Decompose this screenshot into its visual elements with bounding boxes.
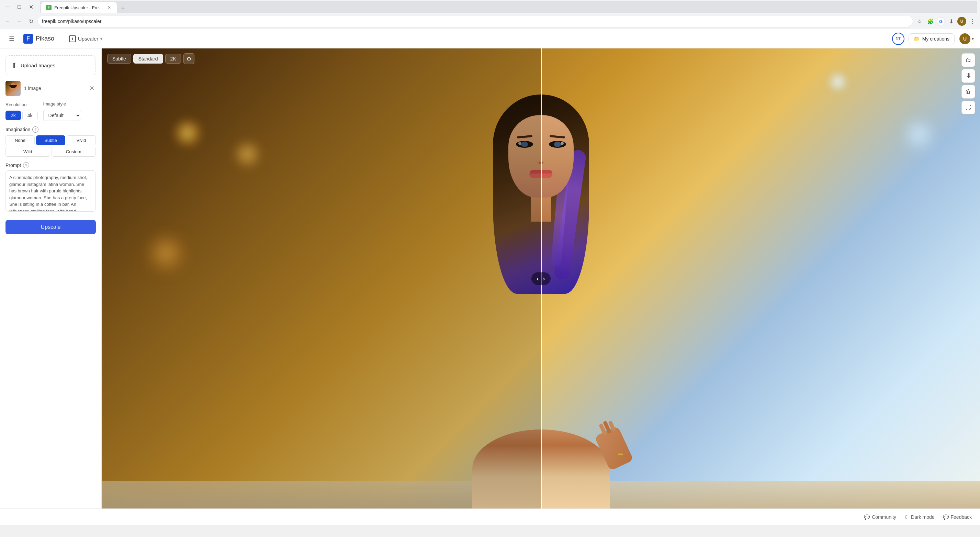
delete-button[interactable]: 🗑 xyxy=(961,85,975,99)
style-label: Image style xyxy=(43,101,81,107)
my-creations-button[interactable]: 📁 My creations xyxy=(908,33,955,44)
subtle-pill-button[interactable]: Subtle xyxy=(107,54,131,64)
title-bar: ─ □ ✕ F Freepik Upscaler - Free AI imag … xyxy=(0,0,980,14)
header-divider xyxy=(60,35,60,43)
hamburger-button[interactable]: ☰ xyxy=(5,33,18,45)
resolution-label: Resolution xyxy=(5,102,38,107)
settings-gear-button[interactable]: ⚙ xyxy=(183,53,194,64)
profile-avatar[interactable]: U xyxy=(957,17,966,26)
upscaler-dropdown-button[interactable]: ⬆ Upscaler ▾ xyxy=(65,33,106,44)
tab-title: Freepik Upscaler - Free AI imag xyxy=(54,5,104,10)
main-content: ⬆ Upload Images 1 image ✕ Resolution 2k … xyxy=(0,48,980,508)
fullscreen-button[interactable]: ⛶ xyxy=(961,101,975,115)
upload-label: Upload Images xyxy=(21,62,55,69)
minimize-button[interactable]: ─ xyxy=(3,2,13,12)
app-header: ☰ F Pikaso ⬆ Upscaler ▾ 17 📁 My creation… xyxy=(0,29,980,48)
profile-button[interactable]: U ▾ xyxy=(959,33,975,45)
dark-mode-link[interactable]: ☾ Dark mode xyxy=(904,514,934,520)
feedback-label: Feedback xyxy=(951,514,972,520)
active-tab[interactable]: F Freepik Upscaler - Free AI imag ✕ xyxy=(41,2,117,13)
refresh-button[interactable]: ↻ xyxy=(26,16,36,26)
upscale-button[interactable]: Upscale xyxy=(5,220,96,234)
imagination-label: Imagination ? xyxy=(5,126,96,132)
notification-badge[interactable]: 17 xyxy=(892,33,904,45)
extension-icon-button[interactable]: 🧩 xyxy=(926,16,935,26)
menu-button[interactable]: ⋮ xyxy=(967,16,977,26)
google-account-icon[interactable]: G xyxy=(937,17,945,25)
feedback-icon: 💬 xyxy=(943,514,949,520)
resolution-group: Resolution 2k 4k xyxy=(5,102,38,120)
image-style-select[interactable]: Default Vivid Subtle xyxy=(43,110,81,121)
tab-close-button[interactable]: ✕ xyxy=(107,5,112,10)
remove-image-button[interactable]: ✕ xyxy=(88,84,96,92)
upload-area[interactable]: ⬆ Upload Images xyxy=(5,55,96,75)
trash-icon: 🗑 xyxy=(966,89,971,95)
upload-icon: ⬆ xyxy=(11,61,17,69)
close-button[interactable]: ✕ xyxy=(26,2,36,12)
ring xyxy=(618,454,623,455)
upscaler-tool-icon: ⬆ xyxy=(69,35,76,42)
preview-toolbar: Subtle Standard 2K ⚙ xyxy=(107,53,194,64)
imagination-controls: None Subtle Vivid Wild Custom xyxy=(5,135,96,157)
save-to-folder-button[interactable]: 🗂 xyxy=(961,53,975,67)
imagination-section: Imagination ? None Subtle Vivid Wild Cus… xyxy=(5,126,96,157)
download-button[interactable]: ⬇ xyxy=(961,69,975,83)
folder-icon: 🗂 xyxy=(966,57,971,63)
app-logo[interactable]: F Pikaso xyxy=(23,34,54,44)
forward-button[interactable]: → xyxy=(14,16,24,26)
community-label: Community xyxy=(872,514,896,520)
bokeh-light-left xyxy=(146,233,187,274)
new-tab-button[interactable]: + xyxy=(118,3,128,13)
resolution-style-group: Resolution 2k 4k Image style Default Viv… xyxy=(5,101,96,121)
app-name: Pikaso xyxy=(36,35,54,42)
profile-dropdown-arrow: ▾ xyxy=(972,37,974,41)
standard-pill-button[interactable]: Standard xyxy=(133,54,163,64)
star-icon-button[interactable]: ☆ xyxy=(915,16,924,26)
split-handle[interactable]: ‹ › xyxy=(531,272,550,285)
prompt-text: Prompt xyxy=(5,163,21,168)
download-icon: ⬇ xyxy=(966,72,971,80)
moon-icon: ☾ xyxy=(904,514,909,520)
resolution-pill-button[interactable]: 2K xyxy=(165,54,181,64)
thumb-canvas xyxy=(5,81,21,96)
imag-custom-button[interactable]: Custom xyxy=(51,147,96,157)
expand-icon: ⛶ xyxy=(966,104,971,111)
community-link[interactable]: 💬 Community xyxy=(864,514,896,520)
app-container: ☰ F Pikaso ⬆ Upscaler ▾ 17 📁 My creation… xyxy=(0,29,980,525)
image-preview-row: 1 image ✕ xyxy=(5,81,96,96)
eye-shine-right xyxy=(561,142,564,145)
prompt-help-icon[interactable]: ? xyxy=(23,162,29,168)
iris-right xyxy=(554,142,561,147)
res-4k-button[interactable]: 4k xyxy=(22,111,38,120)
split-left-arrow: ‹ xyxy=(537,275,539,282)
preview-area: ‹ › Subtle Standard 2K ⚙ 🗂 ⬇ xyxy=(102,48,980,508)
maximize-button[interactable]: □ xyxy=(14,2,24,12)
back-button[interactable]: ← xyxy=(3,16,13,26)
address-bar-row: ← → ↻ ☆ 🧩 G ⬇ U ⋮ xyxy=(0,14,980,29)
imag-subtle-button[interactable]: Subtle xyxy=(36,135,65,145)
bokeh-light-small xyxy=(172,118,203,148)
eye-left xyxy=(516,141,533,148)
imagination-grid-row1: None Subtle Vivid xyxy=(5,135,96,145)
browser-chrome: ─ □ ✕ F Freepik Upscaler - Free AI imag … xyxy=(0,0,980,29)
feedback-link[interactable]: 💬 Feedback xyxy=(943,514,972,520)
dark-mode-label: Dark mode xyxy=(911,514,934,520)
imagination-grid-row2: Wild Custom xyxy=(5,147,96,157)
download-manager-button[interactable]: ⬇ xyxy=(947,16,956,26)
image-count: 1 image xyxy=(24,86,84,91)
imag-vivid-button[interactable]: Vivid xyxy=(67,135,96,145)
my-creations-label: My creations xyxy=(922,36,950,41)
res-2k-button[interactable]: 2k xyxy=(5,111,21,120)
tab-favicon: F xyxy=(46,5,51,10)
imag-wild-button[interactable]: Wild xyxy=(5,147,50,157)
preview-image-container: ‹ › xyxy=(102,48,980,508)
address-input[interactable] xyxy=(38,16,913,27)
image-thumbnail xyxy=(5,81,21,96)
dropdown-arrow-icon: ▾ xyxy=(100,37,102,41)
folder-icon: 📁 xyxy=(914,36,920,41)
imag-none-button[interactable]: None xyxy=(5,135,35,145)
imagination-help-icon[interactable]: ? xyxy=(32,126,38,132)
prompt-textarea[interactable]: A cinematic photography, medium shot, gl… xyxy=(5,171,96,212)
upscaler-label: Upscaler xyxy=(78,36,98,41)
gear-icon: ⚙ xyxy=(186,56,191,62)
